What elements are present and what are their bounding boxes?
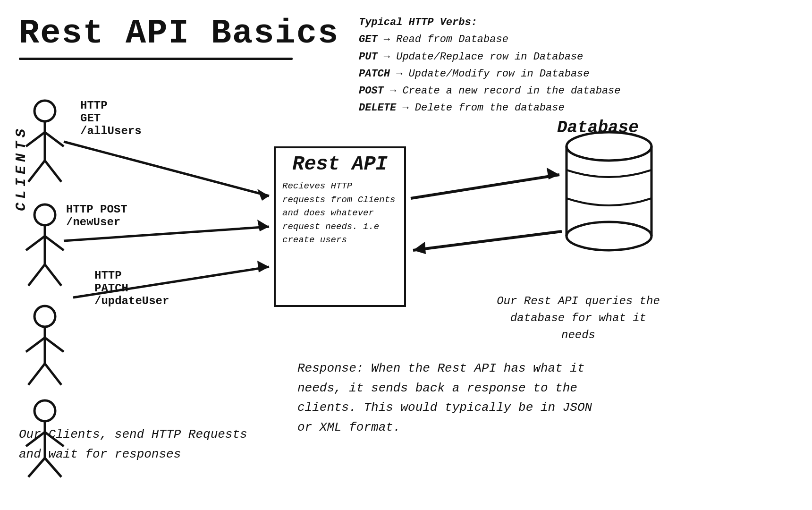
svg-line-15 <box>45 338 64 352</box>
clients-vertical-label: CLIENTS <box>13 125 29 211</box>
page-title: Rest API Basics <box>19 14 339 53</box>
http-patch-label: HTTPPATCH/updateUser <box>94 269 169 307</box>
svg-line-4 <box>28 161 45 182</box>
svg-line-8 <box>26 236 45 250</box>
rest-api-title: Rest API <box>276 153 404 176</box>
svg-line-17 <box>45 364 61 385</box>
svg-marker-37 <box>413 242 426 254</box>
svg-marker-29 <box>257 261 269 272</box>
rest-api-description: Recieves HTTP requests from Clients and … <box>276 176 404 251</box>
svg-line-9 <box>45 236 64 250</box>
http-verb-patch: PATCH → Update/Modify row in Database <box>359 66 621 83</box>
svg-line-14 <box>26 338 45 352</box>
clients-footer-label: Our Clients, send HTTP Requestsand wait … <box>19 425 247 464</box>
svg-line-16 <box>28 364 45 385</box>
queries-label: Our Rest API queries thedatabase for wha… <box>496 293 661 344</box>
svg-line-34 <box>411 175 559 198</box>
page: Rest API Basics Typical HTTP Verbs: GET … <box>0 0 812 510</box>
svg-marker-27 <box>257 220 269 231</box>
http-verbs-title: Typical HTTP Verbs: <box>359 14 621 31</box>
database-label: Database <box>557 118 639 137</box>
http-post-label: HTTP POST/newUser <box>66 203 127 229</box>
svg-point-6 <box>34 204 55 225</box>
http-verb-post: POST → Create a new record in the databa… <box>359 83 621 100</box>
svg-point-18 <box>34 400 55 421</box>
svg-marker-25 <box>257 189 269 201</box>
svg-line-3 <box>45 132 64 146</box>
svg-point-33 <box>567 222 651 250</box>
svg-marker-35 <box>547 168 559 179</box>
svg-line-36 <box>413 231 562 250</box>
http-verb-put: PUT → Update/Replace row in Database <box>359 49 621 66</box>
svg-point-12 <box>34 306 55 327</box>
svg-line-24 <box>64 142 269 196</box>
title-underline <box>19 58 293 60</box>
svg-line-26 <box>64 227 269 241</box>
svg-point-0 <box>34 101 55 121</box>
response-label: Response: When the Rest API has what itn… <box>297 359 604 437</box>
http-get-label: HTTPGET/allUsers <box>80 99 142 137</box>
svg-line-11 <box>45 264 61 286</box>
http-verb-delete: DELETE → Delete from the database <box>359 100 621 117</box>
http-verbs-section: Typical HTTP Verbs: GET → Read from Data… <box>359 14 621 117</box>
rest-api-box: Rest API Recieves HTTP requests from Cli… <box>274 146 406 307</box>
http-verb-get: GET → Read from Database <box>359 31 621 48</box>
svg-line-10 <box>28 264 45 286</box>
svg-line-5 <box>45 161 61 182</box>
